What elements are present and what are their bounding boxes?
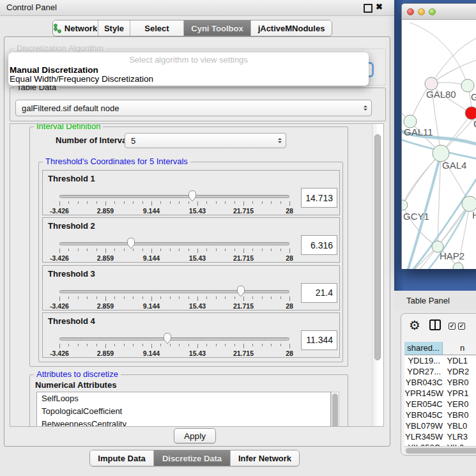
tick-mark <box>225 201 226 204</box>
slider-track[interactable] <box>59 195 289 198</box>
tick-mark <box>179 296 180 299</box>
tick-mark <box>151 296 152 301</box>
algorithm-option[interactable]: Equal Width/Frequency Discretization <box>10 74 153 84</box>
network-node-c[interactable] <box>465 107 476 119</box>
bottom-tab-bar: Impute DataDiscretize DataInfer Network <box>89 450 300 466</box>
close-traffic-light-icon[interactable] <box>407 8 414 15</box>
slider-thumb[interactable] <box>236 285 245 297</box>
table-row[interactable]: YBL079WYBL0 <box>404 420 476 431</box>
threshold-slider[interactable]: -3.4262.8599.14415.4321.71528 <box>59 334 289 357</box>
threshold-slider[interactable]: -3.4262.8599.14415.4321.71528 <box>59 238 289 261</box>
network-edge[interactable] <box>431 36 476 84</box>
network-canvas[interactable]: GAL80GALCGAL11GAL4GCY1HHAP2 <box>402 20 476 269</box>
slider-thumb[interactable] <box>163 332 172 344</box>
network-node-gal11[interactable] <box>404 115 417 128</box>
minimize-traffic-light-icon[interactable] <box>418 8 425 15</box>
group-title: Attributes to discretize <box>34 370 121 379</box>
tick-mark <box>59 249 60 253</box>
tab-impute-data[interactable]: Impute Data <box>90 450 154 466</box>
apply-button[interactable]: Apply <box>174 428 216 443</box>
tick-mark <box>170 296 171 299</box>
node-table[interactable]: shared... n YDL19...YDL1YDR27...YDR2YBR0… <box>404 342 476 446</box>
horizontal-scrollbar-track[interactable] <box>404 446 476 454</box>
table-row[interactable]: YER054CYER0 <box>404 399 476 410</box>
attributes-group: Attributes to discretize Numerical Attri… <box>29 374 348 427</box>
column-header-shared[interactable]: shared... <box>404 342 443 355</box>
table-data-combobox[interactable]: galFiltered.sif default node <box>15 100 372 116</box>
slider-track[interactable] <box>59 337 289 341</box>
tick-label: 2.859 <box>89 254 121 262</box>
tick-mark <box>271 344 272 346</box>
tick-label: -3.426 <box>43 302 75 310</box>
tick-mark <box>68 249 69 251</box>
threshold-value-input[interactable] <box>301 188 337 208</box>
slider-thumb[interactable] <box>188 190 197 202</box>
tab-network[interactable]: Network <box>53 20 98 36</box>
tab-label: Discretize Data <box>162 454 222 463</box>
tab-label: Cyni Toolbox <box>191 24 243 33</box>
tab-select[interactable]: Select <box>130 20 184 36</box>
tab-discretize-data[interactable]: Discretize Data <box>154 450 231 466</box>
slider-thumb[interactable] <box>127 237 135 249</box>
threshold-value-input[interactable] <box>301 283 337 303</box>
tab-style[interactable]: Style <box>98 20 130 36</box>
tick-mark <box>151 249 152 253</box>
table-row[interactable]: YBR043CYBR0 <box>404 377 476 388</box>
tick-mark <box>160 344 161 346</box>
tab-jactivemnodules[interactable]: jActiveMNodules <box>251 20 332 36</box>
float-window-icon[interactable] <box>364 4 372 13</box>
group-title: Threshold's Coordinates for 5 Intervals <box>43 157 190 166</box>
column-header-name[interactable]: n <box>443 342 476 355</box>
network-window-titlebar[interactable] <box>402 4 476 20</box>
tab-infer-network[interactable]: Infer Network <box>231 450 299 466</box>
table-data-group: Table Data galFiltered.sif default node <box>10 88 386 121</box>
slider-track[interactable] <box>59 242 289 245</box>
vertical-scrollbar-thumb[interactable] <box>374 134 381 360</box>
threshold-value-input[interactable] <box>301 330 337 350</box>
tick-mark <box>114 249 115 251</box>
tick-mark <box>234 249 235 251</box>
network-edge[interactable] <box>410 22 468 86</box>
cell-shared-name: YER054C <box>404 399 443 410</box>
table-row[interactable]: YPR145WYPR1 <box>404 388 476 399</box>
network-node-gal80[interactable] <box>425 77 438 90</box>
network-icon <box>54 24 61 33</box>
table-row[interactable]: YBR045CYBR0 <box>404 410 476 420</box>
algorithm-option[interactable]: Manual Discretization <box>10 65 98 75</box>
tick-mark <box>234 344 235 346</box>
settings-gear-icon[interactable]: ⚙ <box>409 317 420 334</box>
tick-mark <box>216 201 217 204</box>
checkbox-icon[interactable]: ✓ <box>449 323 456 330</box>
table-row[interactable]: YDR27...YDR2 <box>404 366 476 377</box>
table-row[interactable]: YLR345WYLR3 <box>404 431 476 442</box>
table-row[interactable]: YDL19...YDL1 <box>404 355 476 366</box>
slider-track[interactable] <box>59 290 289 293</box>
attribute-list-item[interactable]: BetweennessCentrality <box>37 418 330 427</box>
list-scrollbar[interactable] <box>331 392 339 427</box>
tick-mark <box>160 249 161 251</box>
horizontal-scrollbar-thumb[interactable] <box>406 448 476 454</box>
checkbox-icon[interactable]: ✓ <box>458 323 465 330</box>
tick-mark <box>78 296 79 299</box>
popup-hint: Select algorithm to view settings <box>8 55 369 65</box>
num-intervals-combobox[interactable]: 5 <box>125 133 286 148</box>
tab-cyni-toolbox[interactable]: Cyni Toolbox <box>184 20 251 36</box>
vertical-scrollbar-track[interactable] <box>372 124 383 426</box>
table-panel-title: Table Panel <box>406 296 450 305</box>
tick-mark <box>262 344 263 346</box>
network-node-gal[interactable] <box>461 79 474 92</box>
threshold-value-input[interactable] <box>301 235 337 255</box>
combobox-value: 5 <box>131 136 135 146</box>
numerical-attributes-list[interactable]: SelfLoopsTopologicalCoefficientBetweenne… <box>36 392 331 427</box>
tick-mark <box>96 249 97 251</box>
attribute-list-item[interactable]: SelfLoops <box>37 392 330 405</box>
attribute-list-item[interactable]: TopologicalCoefficient <box>37 405 330 418</box>
close-icon[interactable]: ✖ <box>376 2 383 12</box>
tab-label: Style <box>104 24 124 33</box>
tick-mark <box>179 344 180 346</box>
threshold-slider[interactable]: -3.4262.8599.14415.4321.71528 <box>59 191 289 214</box>
network-node-gcy1[interactable] <box>402 200 408 210</box>
column-layout-icon[interactable] <box>429 319 441 330</box>
zoom-traffic-light-icon[interactable] <box>429 8 436 15</box>
threshold-slider[interactable]: -3.4262.8599.14415.4321.71528 <box>59 286 289 309</box>
